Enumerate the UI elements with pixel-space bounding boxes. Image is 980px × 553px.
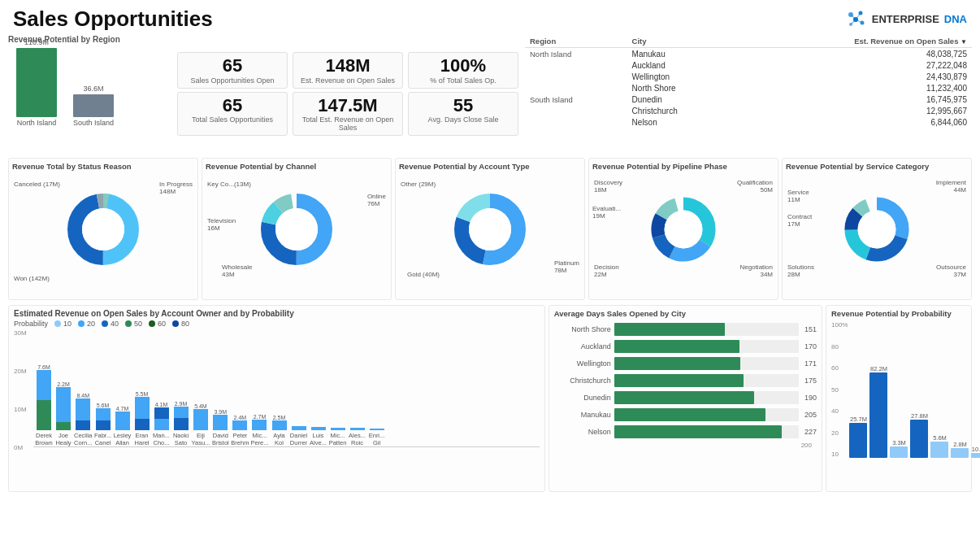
man-name: Man...Cho... (153, 432, 170, 446)
row3: Estimated Revenue on Open Sales by Accou… (8, 305, 972, 492)
north-island-bar: 110.9M North Island (16, 38, 57, 127)
manukau-rev-cell: 48,038,725 (735, 48, 972, 60)
lesley-seg1 (115, 411, 130, 430)
eran-toplabel: 5.5M (135, 391, 150, 397)
ales-name: Ales...Roic (349, 432, 366, 446)
prob-y-50: 50 (831, 386, 848, 394)
prob-y-10: 10 (831, 451, 848, 458)
joe-seg2 (56, 387, 71, 422)
kpi-total-opp: 65 Total Sales Opportunities (177, 92, 288, 136)
table-row: North Island Manukau 48,038,725 (525, 48, 972, 60)
fabr-bar: 5.6M Fabr...Canel (94, 403, 112, 446)
manukau-city-cell: Manukau (627, 48, 735, 60)
auckland-hbar-label: Auckland (554, 342, 611, 351)
kpi-total-est-rev-number: 147.5M (297, 96, 399, 115)
donut-row: Revenue Total by Status Reason Canceled … (8, 158, 972, 300)
kpi-avg-days-number: 55 (412, 96, 514, 115)
derek-seg2 (37, 370, 51, 400)
legend-10: 10 (54, 320, 72, 328)
ales-seg1 (350, 428, 365, 430)
eiji-stack: 5.4M (193, 403, 208, 430)
region-bar-chart: 110.9M North Island 36.6M South Island (8, 46, 171, 127)
ales-stack (350, 428, 365, 430)
enri-name: Enri...Gil (369, 432, 385, 446)
svg-line-5 (851, 15, 856, 20)
kpi-opp-open: 65 Sales Opportunities Open (177, 52, 288, 88)
cecilia-name: CeciliaCorn... (74, 432, 93, 446)
ayla-toplabel: 2.5M (272, 415, 287, 420)
peter-bar: 2.4M PeterBrehm (231, 415, 249, 446)
david-toplabel: 3.9M (213, 409, 228, 415)
north-island-bar-rect (16, 48, 57, 117)
online-label: Online76M (367, 193, 386, 207)
peter-stack: 2.4M (232, 415, 247, 430)
manukau-hbar-fill (614, 408, 765, 421)
eiji-name: EijiYasu... (192, 432, 210, 446)
service-title: Revenue Potential by Service Category (786, 162, 968, 171)
gold-label: Gold (40M) (407, 271, 440, 278)
region-col-header: Region (525, 35, 627, 48)
region-table: Region City Est. Revenue on Open Sales ▼… (525, 35, 972, 153)
owner-panel: Estimated Revenue on Open Sales by Accou… (8, 305, 545, 492)
owner-chart-title: Estimated Revenue on Open Sales by Accou… (14, 309, 540, 318)
owner-chart-container: 30M 20M 10M 0M 7.6M (14, 329, 540, 468)
legend-50: 50 (125, 320, 142, 328)
joe-stack: 2.2M (56, 381, 71, 430)
joe-seg1 (56, 422, 71, 430)
logo-enterprise: ENTERPRISE (872, 13, 939, 25)
outsource-label: Outsource37M (936, 263, 966, 278)
mic-bar: 2.7M Mic...Pere... (250, 414, 268, 446)
prob-bar-100-label: 25.7M (850, 416, 867, 423)
inprogress-label: In Progress148M (159, 181, 193, 195)
luis-bar: LuisAlve... (310, 427, 327, 446)
eiji-bar: 5.4M EijiYasu... (192, 403, 210, 446)
naoki-toplabel: 2.9M (174, 401, 189, 407)
svg-point-34 (858, 211, 896, 249)
qualification-label: Qualification50M (737, 179, 773, 194)
cecilia-seg2 (76, 398, 90, 420)
legend-label-40: 40 (111, 320, 119, 328)
wellington-city-cell: Wellington (627, 71, 735, 82)
y-label-30: 30M (14, 329, 32, 337)
cities-title: Average Days Sales Opened by City (554, 309, 817, 318)
mic-name: Mic...Pere... (250, 432, 268, 446)
owner-bars: 7.6M DerekBrown 2.2M JoeHealy (33, 329, 540, 447)
kpi-total-est-rev-label: Total Est. Revenue on Open Sales (297, 115, 399, 132)
legend-label-10: 10 (63, 320, 72, 328)
eiji-toplabel: 5.4M (193, 403, 208, 409)
account-type-donut-svg (449, 185, 531, 274)
prob-bar-10-label: 10.9% (972, 446, 980, 453)
prob-y-axis: 100% 80 60 50 40 20 10 (831, 320, 848, 458)
legend-label-60: 60 (158, 320, 166, 328)
luis-name: LuisAlve... (310, 432, 327, 446)
legend-60: 60 (149, 320, 166, 328)
nelson-hbar-label: Nelson (554, 428, 611, 436)
won-label: Won (142M) (14, 275, 50, 282)
nelson-hbar: Nelson 227 (554, 425, 817, 438)
legend-label-50: 50 (134, 320, 142, 328)
northshore-hbar-fill (614, 323, 725, 336)
channel-donut: Key Co...(13M) Online76M Television16M W… (206, 172, 388, 286)
legend-label-20: 20 (87, 320, 95, 328)
svg-point-13 (82, 208, 124, 250)
fabr-seg2 (96, 408, 111, 420)
logo-dna: DNA (944, 13, 967, 25)
kpi-est-rev-label: Est. Revenue on Open Sales (297, 76, 399, 85)
auckland-hbar-fill (614, 340, 740, 353)
est-rev-col-header: Est. Revenue on Open Sales ▼ (735, 35, 972, 48)
page-title: Sales Opportunities (13, 7, 213, 32)
joe-toplabel: 2.2M (56, 381, 71, 387)
channel-donut-svg (256, 185, 337, 274)
ayla-bar: 2.5M AylaKol (271, 415, 288, 446)
eiji-seg1 (193, 409, 208, 430)
legend-dot-80 (172, 320, 179, 327)
northshore-hbar-label: North Shore (554, 325, 611, 333)
south-island-bar-rect (73, 94, 114, 117)
service-cat-label: Service11M (787, 189, 809, 203)
ayla-name: AylaKol (273, 432, 284, 446)
prob-bar-60-rect (890, 446, 908, 458)
dunedin-hbar: Dunedin 190 (554, 391, 817, 404)
wellington-hbar-track (614, 357, 799, 370)
header: Sales Opportunities ENTERPRISE DNA (0, 0, 980, 35)
kpi-row1: 65 Sales Opportunities Open 148M Est. Re… (177, 52, 518, 88)
